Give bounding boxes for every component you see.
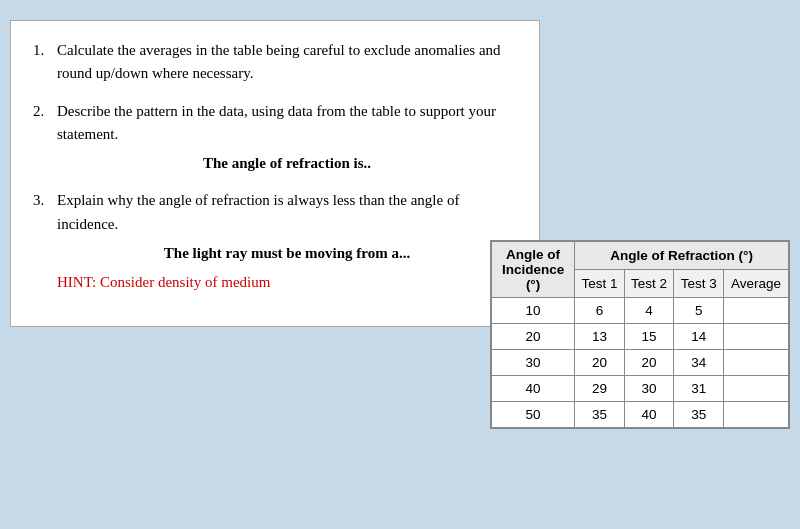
row2-t2: 20 <box>624 350 674 376</box>
row3-t2: 30 <box>624 376 674 402</box>
question-1-text: Calculate the averages in the table bein… <box>57 42 501 81</box>
row0-t2: 4 <box>624 298 674 324</box>
row4-avg <box>723 402 788 428</box>
questions-panel: Calculate the averages in the table bein… <box>10 20 540 327</box>
test2-header: Test 2 <box>624 270 674 298</box>
question-list: Calculate the averages in the table bein… <box>33 39 517 294</box>
question-2-statement: The angle of refraction is.. <box>57 152 517 175</box>
test1-header: Test 1 <box>575 270 625 298</box>
table-row: 20 13 15 14 <box>492 324 789 350</box>
table-row: 30 20 20 34 <box>492 350 789 376</box>
row1-t2: 15 <box>624 324 674 350</box>
test3-header: Test 3 <box>674 270 724 298</box>
row3-avg <box>723 376 788 402</box>
row1-avg <box>723 324 788 350</box>
incidence-header: Angle of Incidence (°) <box>492 242 575 298</box>
question-3: Explain why the angle of refraction is a… <box>33 189 517 294</box>
incidence-20: 20 <box>492 324 575 350</box>
refraction-header: Angle of Refraction (°) <box>575 242 789 270</box>
refraction-table: Angle of Incidence (°) Angle of Refracti… <box>491 241 789 428</box>
row2-avg <box>723 350 788 376</box>
row4-t1: 35 <box>575 402 625 428</box>
incidence-10: 10 <box>492 298 575 324</box>
average-header: Average <box>723 270 788 298</box>
incidence-50: 50 <box>492 402 575 428</box>
row0-avg <box>723 298 788 324</box>
table-row: 10 6 4 5 <box>492 298 789 324</box>
row0-t3: 5 <box>674 298 724 324</box>
table-body: 10 6 4 5 20 13 15 14 30 20 20 34 40 <box>492 298 789 428</box>
row2-t1: 20 <box>575 350 625 376</box>
row4-t2: 40 <box>624 402 674 428</box>
table-row: 50 35 40 35 <box>492 402 789 428</box>
incidence-40: 40 <box>492 376 575 402</box>
row1-t3: 14 <box>674 324 724 350</box>
row1-t1: 13 <box>575 324 625 350</box>
row3-t1: 29 <box>575 376 625 402</box>
row3-t3: 31 <box>674 376 724 402</box>
question-2-text: Describe the pattern in the data, using … <box>57 103 496 142</box>
table-header-row-1: Angle of Incidence (°) Angle of Refracti… <box>492 242 789 270</box>
question-3-text: Explain why the angle of refraction is a… <box>57 192 459 231</box>
question-2: Describe the pattern in the data, using … <box>33 100 517 176</box>
table-row: 40 29 30 31 <box>492 376 789 402</box>
question-3-hint: HINT: Consider density of medium <box>57 271 517 294</box>
row2-t3: 34 <box>674 350 724 376</box>
row4-t3: 35 <box>674 402 724 428</box>
question-3-statement: The light ray must be moving from a... <box>57 242 517 265</box>
row0-t1: 6 <box>575 298 625 324</box>
question-1: Calculate the averages in the table bein… <box>33 39 517 86</box>
incidence-30: 30 <box>492 350 575 376</box>
data-table-panel: Angle of Incidence (°) Angle of Refracti… <box>490 240 790 429</box>
